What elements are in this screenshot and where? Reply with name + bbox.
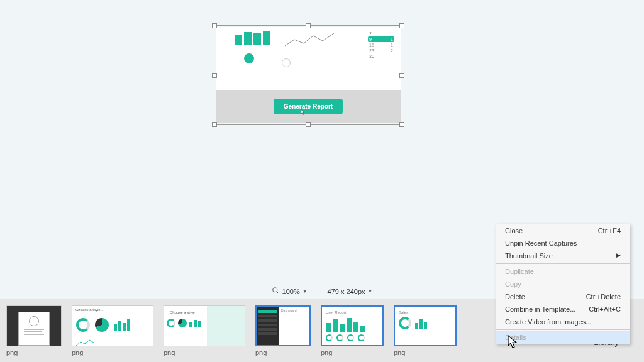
pointer-cursor-icon [299,109,306,116]
thumbnail-preview[interactable] [6,305,62,346]
ring-icon [282,58,291,67]
menu-create-video[interactable]: Create Video from Images... [496,315,630,328]
thumbnail-preview[interactable]: Choose a style... [72,305,153,346]
line-chart-icon [285,32,335,51]
menu-separator [496,263,630,264]
menu-delete[interactable]: Delete Ctrl+Delete [496,290,630,303]
thumbnail-preview[interactable]: User Report [321,305,384,346]
bar-chart-icon [235,31,270,45]
menu-separator [496,329,630,330]
chevron-down-icon: ▼ [368,288,373,294]
thumbnail-item[interactable]: Sales png [394,305,457,356]
thumbnail-ext: png [255,349,267,356]
thumbnail-item[interactable]: User Report png [321,305,384,356]
thumbnail-ext: png [164,349,175,356]
generate-report-button[interactable]: Generate Report [274,99,343,114]
svg-point-0 [272,288,277,292]
zoom-value: 100% [282,288,300,295]
submenu-arrow-icon: ▶ [616,252,621,260]
mini-calendar: 2 91 161 232 30 [368,31,394,86]
chart-preview-area [222,31,368,86]
thumbnail-preview[interactable]: Dashboard [255,305,311,346]
thumbnail-item[interactable]: Choose a style... png [72,305,153,356]
dot-icon [244,53,254,63]
menu-duplicate: Duplicate [496,265,630,278]
thumbnail-item[interactable]: Dashboard png [255,305,311,356]
thumbnail-item[interactable]: png [6,305,62,356]
menu-unpin[interactable]: Unpin Recent Captures [496,237,630,250]
search-icon [272,287,280,296]
dimensions-value: 479 x 240px [328,288,365,295]
cursor-icon [507,334,519,349]
thumbnail-item[interactable]: Choose a style png [164,305,245,356]
menu-close[interactable]: Close Ctrl+F4 [496,224,630,237]
selected-image-object[interactable]: 2 91 161 232 30 Generate Report [216,27,401,123]
svg-line-1 [277,292,279,293]
menu-thumbnail-size[interactable]: Thumbnail Size ▶ [496,250,630,262]
button-label: Generate Report [284,103,333,110]
chevron-down-icon: ▼ [303,288,308,294]
thumbnail-ext: png [72,349,83,356]
dimensions-control[interactable]: 479 x 240px ▼ [323,287,378,297]
context-menu: Close Ctrl+F4 Unpin Recent Captures Thum… [496,224,630,344]
thumbnail-ext: png [394,349,405,356]
thumbnail-preview[interactable]: Sales [394,305,457,346]
thumbnail-ext: png [321,349,332,356]
search-zoom-control[interactable]: 100% ▼ [267,285,313,297]
menu-copy: Copy [496,278,630,290]
menu-combine[interactable]: Combine in Template... Ctrl+Alt+C [496,303,630,315]
thumbnail-ext: png [6,349,18,356]
thumbnail-preview[interactable]: Choose a style [164,305,245,346]
